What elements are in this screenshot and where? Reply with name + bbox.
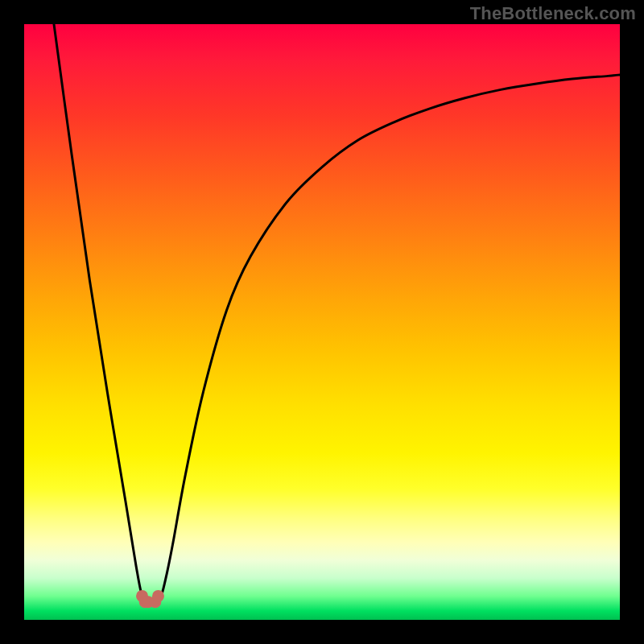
valley-marker xyxy=(152,590,164,602)
chart-svg xyxy=(24,24,620,620)
plot-area xyxy=(24,24,620,620)
watermark-text: TheBottleneck.com xyxy=(470,3,636,24)
bottleneck-curve xyxy=(54,24,620,603)
figure-canvas: TheBottleneck.com xyxy=(0,0,644,644)
valley-markers xyxy=(136,590,164,608)
